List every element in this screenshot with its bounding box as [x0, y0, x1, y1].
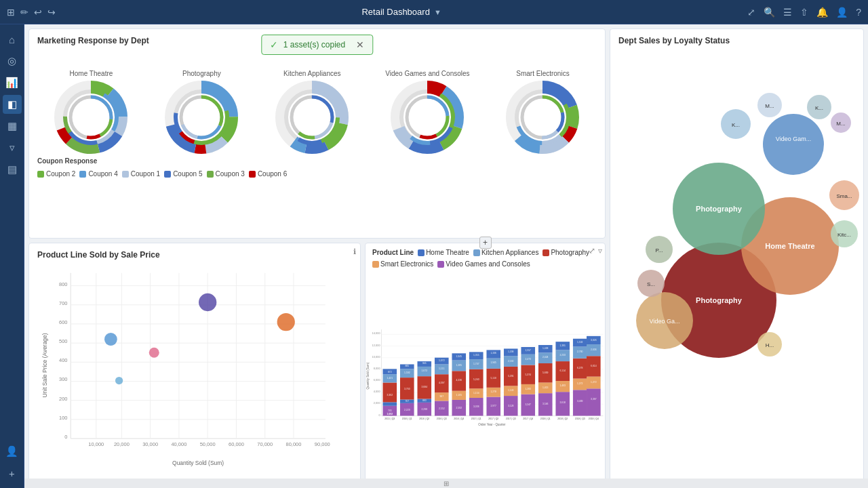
- svg-text:1,272: 1,272: [591, 381, 597, 384]
- title-dropdown-icon[interactable]: ▼: [434, 8, 441, 16]
- svg-text:3,026: 3,026: [591, 339, 597, 342]
- chart-add-icon[interactable]: +: [479, 237, 492, 249]
- donut-svg-smart-electronics: [505, 80, 580, 155]
- chart-expand-icon[interactable]: ⤢: [589, 246, 595, 256]
- scatter-point-orange[interactable]: [277, 313, 295, 331]
- notification-icon[interactable]: 🔔: [816, 7, 828, 18]
- svg-text:1,283: 1,283: [525, 388, 531, 390]
- donut-svg-photography: [164, 80, 239, 155]
- user-icon[interactable]: 👤: [836, 7, 848, 18]
- svg-text:K...: K...: [732, 122, 740, 128]
- share-icon[interactable]: ⇧: [800, 7, 808, 18]
- coupon3-dot: [207, 171, 214, 178]
- donut-label-smart-electronics: Smart Electronics: [516, 70, 569, 77]
- svg-text:3,760: 3,760: [404, 388, 410, 390]
- svg-text:Video Ga...: Video Ga...: [650, 318, 680, 325]
- bar-group-2016q3: 2,552 967 4,097 1,111 1,072 2016 | Q3: [435, 358, 449, 421]
- svg-text:2018 | Q1: 2018 | Q1: [540, 418, 551, 420]
- bar-group-2016q2: 2,298 883 3,684 1,672 945 2016 | Q2: [417, 361, 431, 420]
- svg-text:5,374: 5,374: [525, 373, 531, 376]
- svg-text:2,552: 2,552: [439, 407, 445, 410]
- sidebar-item-compass[interactable]: ◎: [3, 52, 22, 70]
- legend-coupon6: Coupon 6: [249, 170, 287, 178]
- coupon6-label: Coupon 6: [258, 170, 287, 178]
- search-icon[interactable]: 🔍: [764, 7, 775, 18]
- sidebar-item-user[interactable]: 👤: [3, 442, 22, 461]
- sidebar-item-layers[interactable]: ◧: [3, 95, 22, 114]
- apps-icon[interactable]: ⊞: [7, 7, 15, 18]
- svg-text:Home Theatre: Home Theatre: [765, 242, 814, 250]
- sidebar-item-add[interactable]: +: [3, 464, 22, 483]
- svg-text:2018 | Q3: 2018 | Q3: [575, 418, 585, 420]
- kitchen-label: Kitchen Appliances: [481, 249, 539, 256]
- sidebar-item-table[interactable]: ▤: [3, 160, 22, 179]
- svg-point-33: [188, 104, 215, 131]
- bar-group-2015q3: 1,692 745 3,302 1,421 872 2015 | Q3: [382, 369, 397, 420]
- sidebar-item-charts[interactable]: 📊: [3, 73, 22, 92]
- svg-text:3,489: 3,489: [577, 400, 583, 403]
- svg-text:600: 600: [59, 319, 68, 325]
- svg-text:4,236: 4,236: [456, 379, 462, 382]
- svg-text:945: 945: [422, 362, 427, 365]
- svg-text:8,000: 8,000: [374, 367, 381, 370]
- svg-text:3,036: 3,036: [473, 405, 479, 408]
- svg-rect-268: [587, 388, 601, 415]
- svg-text:300: 300: [59, 376, 68, 382]
- scatter-point-lightblue[interactable]: [115, 377, 123, 384]
- dept-sales-bubble-chart: Photography Home Theatre Photography Vid…: [610, 49, 861, 443]
- bottom-scrollbar[interactable]: ⊞: [24, 479, 868, 488]
- redo-icon[interactable]: ↪: [47, 7, 56, 18]
- dept-sales-title: Dept Sales by Loyalty Status: [610, 29, 863, 49]
- svg-text:800: 800: [59, 281, 68, 287]
- svg-text:M...: M...: [836, 121, 845, 127]
- svg-text:3,397: 3,397: [591, 398, 597, 401]
- svg-text:2,592: 2,592: [456, 407, 462, 409]
- svg-text:6,000: 6,000: [374, 378, 381, 382]
- sidebar-item-home[interactable]: ⌂: [3, 30, 22, 49]
- svg-text:883: 883: [422, 399, 427, 402]
- coupon4-label: Coupon 4: [88, 170, 117, 178]
- bubble-video-games-large[interactable]: [763, 114, 824, 175]
- donut-label-photography: Photography: [182, 70, 221, 77]
- edit-icon[interactable]: ✏: [20, 7, 28, 18]
- scatter-point-pink[interactable]: [149, 348, 159, 358]
- sidebar-item-filter[interactable]: ▿: [3, 138, 22, 157]
- legend: Coupon 2 Coupon 4 Coupon 1 Coupon 5 Coup…: [29, 166, 605, 183]
- bar-group-2016q1: 2,229 767 3,760 1,592 885 2016 | Q1: [400, 364, 414, 420]
- bar-group-2018q1: 3,546 1,413 5,669 2,424 1,438 2018 | Q1: [538, 345, 553, 420]
- donut-svg-videogames: [390, 80, 465, 155]
- chart-filter-icon[interactable]: ▿: [598, 246, 602, 256]
- bar-group-2018q2: 3,618 1,403 6,114 2,233 1,391 2018 | Q2: [555, 342, 570, 420]
- scatter-info-icon[interactable]: ℹ: [353, 247, 356, 256]
- sidebar-item-grid[interactable]: ▦: [3, 117, 22, 136]
- menu-icon[interactable]: ☰: [783, 7, 792, 18]
- svg-rect-137: [382, 402, 397, 405]
- svg-text:1,105: 1,105: [456, 394, 462, 396]
- svg-text:1,278: 1,278: [490, 390, 496, 393]
- legend-coupon5: Coupon 5: [164, 170, 202, 178]
- svg-text:2018 | Q4: 2018 | Q4: [589, 418, 599, 420]
- svg-text:500: 500: [59, 338, 68, 344]
- coupon2-dot: [37, 171, 44, 178]
- undo-icon[interactable]: ↩: [34, 7, 42, 18]
- svg-text:50,000: 50,000: [200, 441, 216, 447]
- scatter-point-purple[interactable]: [199, 293, 216, 311]
- notification-close[interactable]: ✕: [356, 39, 364, 50]
- svg-text:2,977: 2,977: [490, 405, 496, 407]
- help-icon[interactable]: ?: [856, 7, 861, 18]
- svg-text:2016 | Q3: 2016 | Q3: [437, 418, 447, 420]
- svg-text:2,298: 2,298: [421, 408, 427, 411]
- scatter-point-blue1[interactable]: [104, 333, 117, 346]
- expand-icon[interactable]: ⤢: [747, 7, 755, 18]
- svg-text:1,355: 1,355: [473, 354, 479, 357]
- svg-text:700: 700: [59, 300, 68, 306]
- kitchen-dot: [473, 249, 480, 256]
- svg-text:6,614: 6,614: [591, 365, 597, 367]
- svg-text:2,000: 2,000: [374, 401, 381, 405]
- svg-text:4,097: 4,097: [439, 382, 445, 384]
- chart-controls: ⤢ ▿: [589, 246, 602, 256]
- svg-text:6,114: 6,114: [559, 369, 566, 372]
- svg-text:1,143: 1,143: [508, 389, 514, 392]
- svg-text:3,128: 3,128: [508, 405, 514, 407]
- svg-text:1,272: 1,272: [577, 382, 583, 385]
